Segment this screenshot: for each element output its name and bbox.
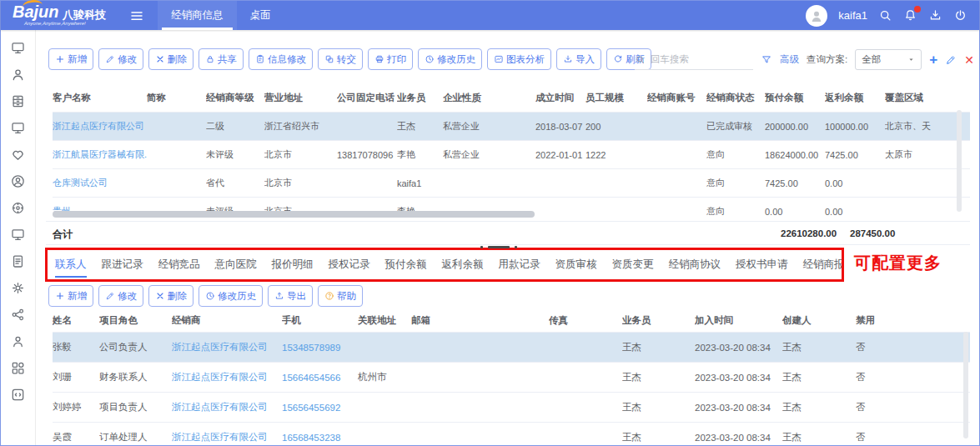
vertical-scrollbar[interactable] [963, 332, 968, 438]
detail-tab-资质变更[interactable]: 资质变更 [612, 250, 654, 279]
detail-tab-意向医院[interactable]: 意向医院 [215, 250, 257, 279]
advanced-search-link[interactable]: 高级 [780, 53, 799, 66]
detail-tab-返利余额[interactable]: 返利余额 [442, 250, 484, 279]
column-header-业务员[interactable]: 业务员 [397, 84, 443, 113]
notifications-bell[interactable] [903, 8, 917, 23]
table-row[interactable]: 吴霞订单处理人浙江起点医疗有限公司16568453238王杰2023-03-20… [53, 423, 970, 446]
brand-logo[interactable]: Bajun 八骏科技 Anyone,Anytime,Anywhere! [11, 1, 109, 30]
sidebar-item-code[interactable] [8, 386, 28, 403]
column-header-经销商等级[interactable]: 经销商等级 [206, 84, 264, 113]
detail-tab-经销商协议[interactable]: 经销商协议 [669, 250, 721, 279]
toolbar-button-chart[interactable]: 图表分析 [487, 48, 551, 70]
column-header-业务员[interactable]: 业务员 [622, 309, 695, 333]
delete-scheme-button[interactable]: ✕ [964, 54, 974, 66]
detail-tab-预付余额[interactable]: 预付余额 [385, 250, 427, 279]
column-header-经销商状态[interactable]: 经销商状态 [706, 84, 765, 113]
column-header-姓名[interactable]: 姓名 [53, 309, 99, 333]
cell-link[interactable]: 浙江起点医疗有限公司 [172, 333, 282, 363]
sidebar-item-grid[interactable] [8, 359, 28, 376]
hamburger-menu-icon[interactable] [129, 8, 144, 23]
cell-link[interactable]: 浙江起点医疗有限公司 [172, 393, 282, 423]
horizontal-scrollbar[interactable] [53, 211, 535, 218]
search-input[interactable] [649, 53, 751, 65]
column-header-成立时间[interactable]: 成立时间 [535, 84, 585, 113]
cell-link[interactable]: 浙江起点医疗有限公司 [172, 363, 282, 393]
cell-link[interactable]: 仓库测试公司 [53, 169, 147, 198]
column-header-公司固定电话[interactable]: 公司固定电话 [337, 84, 397, 113]
column-header-营业地址[interactable]: 营业地址 [264, 84, 337, 113]
sidebar-item-monitor[interactable] [8, 226, 28, 243]
edit-scheme-icon[interactable] [945, 54, 957, 66]
column-header-预付余额[interactable]: 预付余额 [765, 84, 825, 113]
column-header-经销商账号[interactable]: 经销商账号 [647, 84, 706, 113]
toolbar-button-transfer[interactable]: 转交 [318, 48, 363, 70]
cell-link[interactable]: 浙江起点医疗有限公司 [172, 423, 282, 446]
cell-link[interactable]: 15664654566 [282, 363, 358, 393]
toolbar-button-help[interactable]: 帮助 [318, 285, 363, 307]
toolbar-button-clock[interactable]: 修改历史 [199, 285, 263, 307]
sidebar-item-archive[interactable] [8, 93, 28, 109]
toolbar-button-clock[interactable]: 修改历史 [418, 48, 482, 70]
column-header-项目角色[interactable]: 项目角色 [99, 309, 172, 333]
sidebar-item-person[interactable] [8, 333, 28, 349]
column-header-传真[interactable]: 传真 [549, 309, 622, 333]
sidebar-item-monitor[interactable] [8, 39, 28, 56]
sidebar-item-gear[interactable] [8, 279, 28, 296]
column-header-覆盖区域[interactable]: 覆盖区域 [885, 84, 970, 113]
toolbar-button-edit[interactable]: 修改 [98, 48, 143, 70]
detail-tab-报价明细[interactable]: 报价明细 [272, 250, 314, 279]
table-row[interactable]: 刘珊财务联系人浙江起点医疗有限公司15664654566杭州市王杰2023-03… [53, 363, 970, 393]
power-logout-icon[interactable] [953, 8, 967, 23]
detail-tab-授权书申请[interactable]: 授权书申请 [736, 250, 788, 279]
sidebar-item-user[interactable] [8, 66, 28, 83]
table-row[interactable]: 张毅公司负责人浙江起点医疗有限公司15348578989王杰2023-03-20… [53, 333, 970, 363]
column-header-简称[interactable]: 简称 [147, 84, 206, 113]
column-header-创建人[interactable]: 创建人 [782, 309, 856, 333]
cell-link[interactable]: 浙江航晨医疗器械有限... [53, 141, 147, 169]
toolbar-button-close[interactable]: 删除 [148, 48, 193, 70]
toolbar-button-close[interactable]: 删除 [148, 285, 193, 307]
detail-tab-资质审核[interactable]: 资质审核 [555, 250, 597, 279]
sidebar-item-monitor[interactable] [8, 119, 28, 136]
column-header-返利余额[interactable]: 返利余额 [825, 84, 885, 113]
query-scheme-select[interactable]: 全部 [855, 49, 922, 70]
cell-link[interactable]: 16568453238 [282, 423, 358, 446]
detail-tab-用款记录[interactable]: 用款记录 [499, 250, 540, 279]
toolbar-button-plus[interactable]: 新增 [48, 285, 93, 307]
column-header-企业性质[interactable]: 企业性质 [443, 84, 535, 113]
column-header-客户名称[interactable]: 客户名称 [53, 84, 147, 113]
nav-tab-经销商信息[interactable]: 经销商信息 [158, 1, 237, 30]
detail-tab-联系人[interactable]: 联系人 [55, 250, 87, 279]
detail-tab-经销商报价[interactable]: 经销商报价 [803, 250, 845, 279]
toolbar-button-printer[interactable]: 打印 [368, 48, 413, 70]
filter-funnel-icon[interactable] [761, 54, 772, 66]
column-header-经销商[interactable]: 经销商 [172, 309, 282, 333]
table-row[interactable]: 刘婷婷项目负责人浙江起点医疗有限公司15656455692王杰2023-03-2… [53, 393, 970, 423]
column-header-手机[interactable]: 手机 [282, 309, 358, 333]
cell-link[interactable]: 浙江起点医疗有限公司 [53, 113, 147, 141]
sidebar-item-document[interactable] [8, 253, 28, 269]
search-icon[interactable] [878, 8, 892, 23]
column-header-关联地址[interactable]: 关联地址 [358, 309, 411, 333]
table-row[interactable]: 仓库测试公司省代北京市kaifa1意向7425.000.00 [53, 169, 970, 198]
column-header-加入时间[interactable]: 加入时间 [695, 309, 782, 333]
column-header-员工规模[interactable]: 员工规模 [585, 84, 647, 113]
detail-tab-授权记录[interactable]: 授权记录 [329, 250, 370, 279]
toolbar-button-export[interactable]: 导出 [268, 285, 313, 307]
cell-link[interactable]: 15348578989 [282, 333, 358, 363]
detail-tab-跟进记录[interactable]: 跟进记录 [102, 250, 143, 279]
column-header-禁用[interactable]: 禁用 [856, 309, 970, 333]
table-row[interactable]: 浙江起点医疗有限公司二级浙江省绍兴市王杰私营企业2018-03-07200已完成… [53, 113, 970, 141]
toolbar-button-edit[interactable]: 修改 [98, 285, 143, 307]
toolbar-button-plus[interactable]: 新增 [48, 48, 93, 70]
cell-link[interactable]: 15656455692 [282, 393, 358, 423]
detail-tab-经销竞品[interactable]: 经销竞品 [158, 250, 200, 279]
nav-tab-桌面[interactable]: 桌面 [237, 1, 284, 30]
sidebar-item-heart[interactable] [8, 146, 28, 163]
sidebar-item-target[interactable] [8, 199, 28, 216]
sidebar-item-user-circle[interactable] [8, 173, 28, 189]
user-avatar[interactable] [806, 5, 827, 27]
sidebar-item-share[interactable] [8, 306, 28, 323]
toolbar-button-import[interactable]: 导入 [556, 48, 601, 70]
column-header-邮箱[interactable]: 邮箱 [411, 309, 549, 333]
